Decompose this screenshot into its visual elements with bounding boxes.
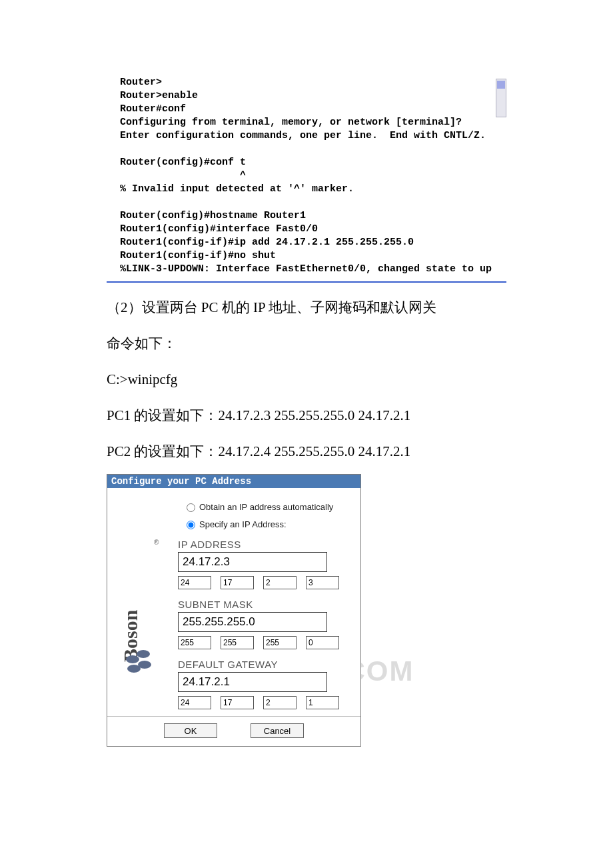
pc1-settings: PC1 的设置如下：24.17.2.3 255.255.255.0 24.17.…	[107, 403, 506, 429]
router-terminal-output: Router> Router>enable Router#conf Config…	[107, 73, 506, 283]
document-body: www.bdocx.COM （2）设置两台 PC 机的 IP 地址、子网掩码和默…	[107, 295, 506, 465]
svg-point-3	[137, 650, 150, 658]
gw-octet-4[interactable]	[306, 696, 339, 709]
mask-octet-4[interactable]	[306, 636, 339, 649]
ip-octet-4[interactable]	[306, 576, 339, 589]
scrollbar[interactable]	[496, 79, 506, 117]
command-text: C:>winipcfg	[107, 367, 506, 393]
ip-config-dialog: Configure your PC Address Boson ®	[107, 474, 361, 747]
cancel-button[interactable]: Cancel	[251, 723, 304, 738]
gw-octet-1[interactable]	[178, 696, 211, 709]
dialog-title: Configure your PC Address	[107, 475, 360, 488]
radio-specify-label: Specify an IP Address:	[199, 519, 287, 529]
svg-point-2	[126, 655, 139, 663]
mask-octet-2[interactable]	[221, 636, 254, 649]
default-gateway-label: DEFAULT GATEWAY	[178, 659, 347, 670]
pc2-settings: PC2 的设置如下：24.17.2.4 255.255.255.0 24.17.…	[107, 439, 506, 465]
svg-point-5	[138, 661, 151, 669]
mask-octet-1[interactable]	[178, 636, 211, 649]
default-gateway-input[interactable]	[178, 672, 327, 692]
radio-specify[interactable]	[187, 521, 195, 529]
ip-octet-2[interactable]	[221, 576, 254, 589]
boson-logo: Boson ®	[107, 488, 167, 716]
gw-octet-3[interactable]	[263, 696, 297, 709]
command-label: 命令如下：	[107, 331, 506, 357]
ip-address-label: IP ADDRESS	[178, 539, 347, 550]
ok-button[interactable]: OK	[164, 723, 217, 738]
radio-obtain-label: Obtain an IP address automatically	[199, 502, 333, 512]
mask-octet-3[interactable]	[263, 636, 297, 649]
subnet-mask-label: SUBNET MASK	[178, 599, 347, 610]
ip-address-input[interactable]	[178, 552, 327, 572]
gw-octet-2[interactable]	[221, 696, 254, 709]
ip-octet-1[interactable]	[178, 576, 211, 589]
radio-obtain-auto[interactable]	[187, 503, 195, 512]
subnet-mask-input[interactable]	[178, 612, 327, 632]
svg-text:®: ®	[154, 539, 159, 546]
step-heading: （2）设置两台 PC 机的 IP 地址、子网掩码和默认网关	[107, 295, 506, 321]
ip-octet-3[interactable]	[263, 576, 297, 589]
